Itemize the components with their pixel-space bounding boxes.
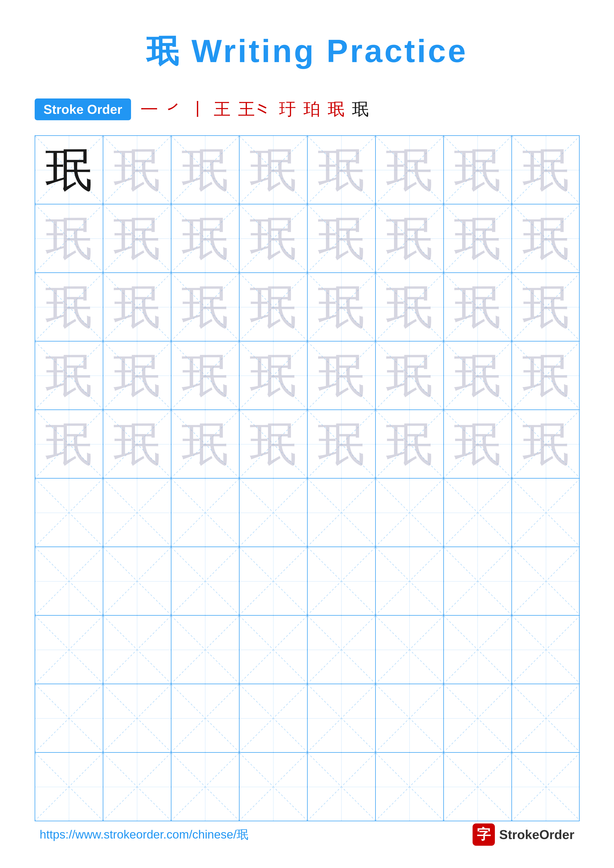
grid-cell[interactable] <box>103 753 171 821</box>
grid-cell[interactable]: 珉 <box>512 273 580 341</box>
grid-cell[interactable]: 珉 <box>376 410 444 478</box>
grid-cell[interactable]: 珉 <box>239 273 308 341</box>
grid-cell[interactable] <box>239 547 308 615</box>
grid-row: 珉珉珉珉珉珉珉珉 <box>35 205 579 273</box>
practice-char: 珉 <box>386 352 433 399</box>
grid-cell[interactable] <box>103 684 171 752</box>
grid-cell[interactable] <box>512 753 580 821</box>
grid-cell[interactable] <box>35 479 103 547</box>
grid-cell[interactable]: 珉 <box>239 136 308 204</box>
footer-url[interactable]: https://www.strokeorder.com/chinese/珉 <box>40 827 249 843</box>
svg-line-159 <box>512 753 580 821</box>
grid-cell[interactable]: 珉 <box>308 341 376 409</box>
grid-cell[interactable]: 珉 <box>308 410 376 478</box>
grid-cell[interactable]: 珉 <box>512 341 580 409</box>
grid-cell[interactable]: 珉 <box>171 273 239 341</box>
grid-cell[interactable]: 珉 <box>171 410 239 478</box>
svg-line-105 <box>308 547 375 615</box>
grid-cell[interactable]: 珉 <box>171 136 239 204</box>
grid-cell[interactable] <box>239 615 308 684</box>
grid-cell[interactable] <box>376 479 444 547</box>
grid-cell[interactable] <box>239 684 308 752</box>
grid-cell[interactable] <box>444 684 512 752</box>
svg-line-96 <box>35 547 103 615</box>
practice-char: 珉 <box>113 215 160 262</box>
svg-line-122 <box>376 616 443 684</box>
grid-cell[interactable] <box>171 547 239 615</box>
grid-cell[interactable] <box>512 684 580 752</box>
grid-cell[interactable]: 珉 <box>444 273 512 341</box>
grid-cell[interactable]: 珉 <box>308 273 376 341</box>
practice-char: 珉 <box>522 352 569 399</box>
grid-cell[interactable] <box>376 684 444 752</box>
grid-cell[interactable] <box>239 479 308 547</box>
grid-cell[interactable] <box>308 479 376 547</box>
svg-line-126 <box>512 615 580 684</box>
grid-cell[interactable]: 珉 <box>35 273 103 341</box>
practice-char: 珉 <box>454 421 501 468</box>
grid-cell[interactable]: 珉 <box>239 410 308 478</box>
grid-cell[interactable] <box>444 479 512 547</box>
grid-row <box>35 615 579 684</box>
grid-cell[interactable]: 珉 <box>103 410 171 478</box>
grid-cell[interactable] <box>171 615 239 684</box>
grid-cell[interactable]: 珉 <box>103 341 171 409</box>
grid-cell[interactable]: 珉 <box>376 205 444 273</box>
grid-cell[interactable] <box>376 547 444 615</box>
svg-line-146 <box>103 753 171 820</box>
grid-cell[interactable] <box>308 547 376 615</box>
grid-cell[interactable] <box>512 615 580 684</box>
grid-cell[interactable]: 珉 <box>171 341 239 409</box>
grid-cell[interactable] <box>444 547 512 615</box>
grid-cell[interactable] <box>512 479 580 547</box>
grid-cell[interactable] <box>308 753 376 821</box>
grid-cell[interactable] <box>308 615 376 684</box>
grid-cell[interactable]: 珉 <box>376 273 444 341</box>
grid-cell[interactable]: 珉 <box>103 273 171 341</box>
grid-cell[interactable]: 珉 <box>512 136 580 204</box>
grid-cell[interactable]: 珉 <box>35 341 103 409</box>
grid-cell[interactable] <box>35 684 103 752</box>
grid-cell[interactable]: 珉 <box>376 341 444 409</box>
grid-cell[interactable] <box>376 615 444 684</box>
grid-cell[interactable] <box>171 684 239 752</box>
svg-line-129 <box>35 684 103 752</box>
grid-cell[interactable] <box>171 753 239 821</box>
grid-cell[interactable]: 珉 <box>239 341 308 409</box>
grid-cell[interactable] <box>171 479 239 547</box>
grid-cell[interactable] <box>35 547 103 615</box>
grid-cell[interactable] <box>239 753 308 821</box>
grid-cell[interactable]: 珉 <box>103 136 171 204</box>
grid-cell[interactable]: 珉 <box>239 205 308 273</box>
grid-cell[interactable]: 珉 <box>35 136 103 204</box>
grid-cell[interactable]: 珉 <box>444 410 512 478</box>
svg-line-134 <box>239 684 307 752</box>
grid-cell[interactable] <box>444 615 512 684</box>
grid-row: 珉珉珉珉珉珉珉珉 <box>35 341 579 410</box>
grid-cell[interactable]: 珉 <box>103 205 171 273</box>
grid-cell[interactable] <box>308 684 376 752</box>
svg-line-121 <box>308 616 375 684</box>
grid-cell[interactable]: 珉 <box>35 205 103 273</box>
grid-cell[interactable]: 珉 <box>171 205 239 273</box>
grid-cell[interactable] <box>103 547 171 615</box>
grid-cell[interactable]: 珉 <box>376 136 444 204</box>
grid-cell[interactable]: 珉 <box>308 136 376 204</box>
svg-line-136 <box>308 684 375 752</box>
grid-cell[interactable] <box>35 753 103 821</box>
grid-cell[interactable]: 珉 <box>512 205 580 273</box>
grid-cell[interactable]: 珉 <box>35 410 103 478</box>
grid-row <box>35 753 579 821</box>
grid-cell[interactable] <box>444 753 512 821</box>
grid-cell[interactable]: 珉 <box>444 136 512 204</box>
grid-cell[interactable]: 珉 <box>512 410 580 478</box>
grid-cell[interactable]: 珉 <box>444 205 512 273</box>
grid-cell[interactable] <box>512 547 580 615</box>
grid-cell[interactable] <box>35 615 103 684</box>
grid-cell[interactable]: 珉 <box>308 205 376 273</box>
practice-char: 珉 <box>318 352 365 399</box>
grid-cell[interactable] <box>103 479 171 547</box>
grid-cell[interactable] <box>376 753 444 821</box>
grid-cell[interactable] <box>103 615 171 684</box>
grid-cell[interactable]: 珉 <box>444 341 512 409</box>
